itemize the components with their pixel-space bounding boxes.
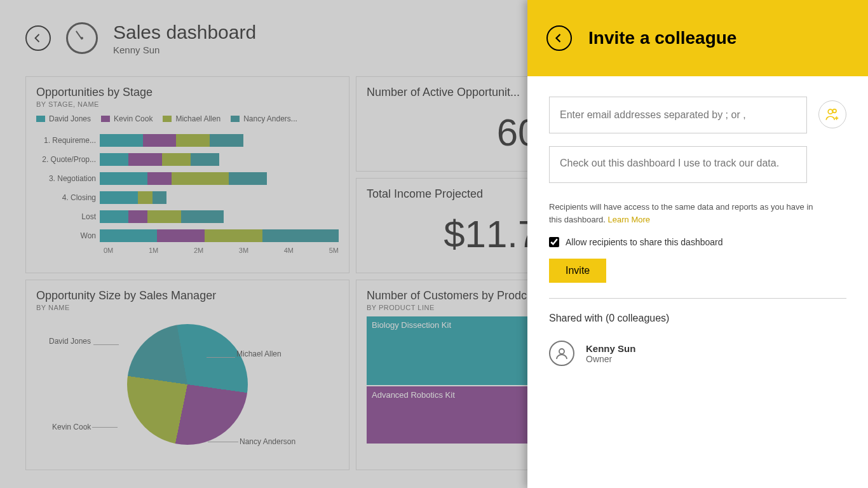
- svg-point-1: [832, 109, 836, 113]
- add-from-contacts-button[interactable]: [818, 100, 846, 128]
- owner-role: Owner: [586, 354, 635, 364]
- invite-panel: Invite a colleague Recipients will have …: [527, 0, 868, 488]
- svg-point-0: [828, 109, 832, 114]
- message-input[interactable]: [549, 146, 807, 183]
- avatar-icon: [549, 341, 574, 366]
- allow-reshare-checkbox[interactable]: [549, 237, 559, 247]
- owner-name: Kenny Sun: [586, 343, 635, 354]
- owner-row: Kenny Sun Owner: [549, 341, 846, 366]
- shared-with-heading: Shared with (0 colleagues): [549, 313, 846, 324]
- access-note: Recipients will have access to the same …: [549, 201, 827, 226]
- people-add-icon: [824, 106, 841, 123]
- panel-header: Invite a colleague: [527, 0, 868, 76]
- arrow-left-icon: [553, 32, 565, 44]
- invite-button[interactable]: Invite: [549, 259, 606, 283]
- email-input[interactable]: [549, 97, 807, 133]
- panel-title: Invite a colleague: [588, 28, 736, 48]
- learn-more-link[interactable]: Learn More: [608, 215, 650, 224]
- allow-reshare-label: Allow recipients to share this dashboard: [566, 237, 722, 247]
- person-icon: [554, 346, 569, 361]
- svg-point-2: [559, 349, 564, 354]
- allow-reshare-row[interactable]: Allow recipients to share this dashboard: [549, 237, 846, 247]
- divider: [549, 298, 846, 299]
- panel-back-button[interactable]: [546, 25, 572, 51]
